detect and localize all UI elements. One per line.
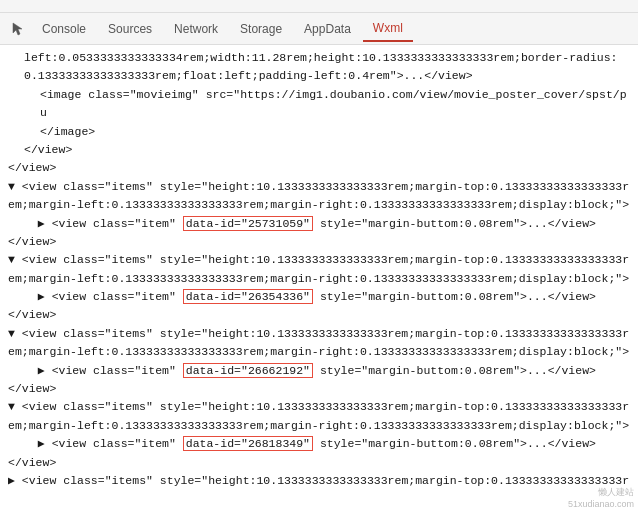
title-bar — [0, 0, 638, 13]
code-line: </image> — [8, 123, 630, 141]
code-line: </view> — [8, 306, 630, 324]
tab-wxml[interactable]: Wxml — [363, 16, 413, 42]
data-id-highlight: data-id="26818349" — [183, 436, 313, 451]
tab-sources[interactable]: Sources — [98, 17, 162, 41]
code-line: ▶ <view class="items" style="height:10.1… — [8, 472, 630, 492]
code-line: ▶ <view class="item" data-id="26354336" … — [8, 288, 630, 306]
code-line: <image class="movieimg" src="https://img… — [8, 86, 630, 123]
tabs-container: ConsoleSourcesNetworkStorageAppDataWxml — [32, 16, 413, 42]
code-line: ▼ <view class="items" style="height:10.1… — [8, 251, 630, 288]
content-area: left:0.0533333333333334rem;width:11.28re… — [0, 45, 638, 492]
code-line: ▶ <view class="item" data-id="25731059" … — [8, 215, 630, 233]
code-line: ▶ <view class="item" data-id="26818349" … — [8, 435, 630, 453]
code-line: </view> — [8, 454, 630, 472]
code-line: ▼ <view class="items" style="height:10.1… — [8, 398, 630, 435]
code-line: left:0.0533333333333334rem;width:11.28re… — [8, 49, 630, 86]
toolbar: ConsoleSourcesNetworkStorageAppDataWxml — [0, 13, 638, 45]
data-id-highlight: data-id="26354336" — [183, 289, 313, 304]
code-line: </view> — [8, 159, 630, 177]
code-line: ▶ <view class="item" data-id="26662192" … — [8, 362, 630, 380]
code-line: ▼ <view class="items" style="height:10.1… — [8, 325, 630, 362]
code-line: ▼ <view class="items" style="height:10.1… — [8, 178, 630, 215]
watermark: 懒人建站51xudianao.com — [568, 486, 634, 511]
code-line: </view> — [8, 380, 630, 398]
tab-network[interactable]: Network — [164, 17, 228, 41]
tab-appdata[interactable]: AppData — [294, 17, 361, 41]
tab-storage[interactable]: Storage — [230, 17, 292, 41]
tab-console[interactable]: Console — [32, 17, 96, 41]
cursor-icon[interactable] — [8, 18, 30, 40]
code-line: </view> — [8, 141, 630, 159]
data-id-highlight: data-id="26662192" — [183, 363, 313, 378]
data-id-highlight: data-id="25731059" — [183, 216, 313, 231]
code-line: </view> — [8, 233, 630, 251]
